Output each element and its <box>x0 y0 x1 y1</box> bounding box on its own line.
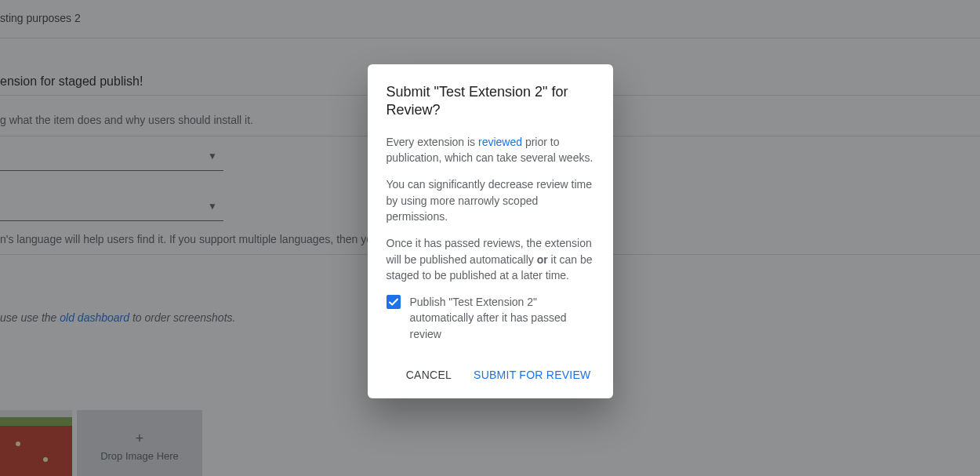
modal-overlay: Submit "Test Extension 2" for Review? Ev… <box>0 0 980 476</box>
auto-publish-row: Publish "Test Extension 2" automatically… <box>387 294 594 342</box>
auto-publish-checkbox[interactable] <box>387 295 401 309</box>
auto-publish-label: Publish "Test Extension 2" automatically… <box>410 294 594 342</box>
submit-review-dialog: Submit "Test Extension 2" for Review? Ev… <box>368 64 613 398</box>
dialog-title: Submit "Test Extension 2" for Review? <box>387 83 594 120</box>
dialog-actions: CANCEL SUBMIT FOR REVIEW <box>387 364 594 386</box>
dialog-p1: Every extension is reviewed prior to pub… <box>387 134 594 166</box>
check-icon <box>387 296 400 308</box>
dialog-body: Every extension is reviewed prior to pub… <box>387 134 594 342</box>
cancel-button[interactable]: CANCEL <box>403 364 455 386</box>
reviewed-link[interactable]: reviewed <box>478 136 522 148</box>
submit-for-review-button[interactable]: SUBMIT FOR REVIEW <box>470 364 593 386</box>
dialog-p3: Once it has passed reviews, the extensio… <box>387 235 594 283</box>
dialog-p2: You can significantly decrease review ti… <box>387 176 594 224</box>
